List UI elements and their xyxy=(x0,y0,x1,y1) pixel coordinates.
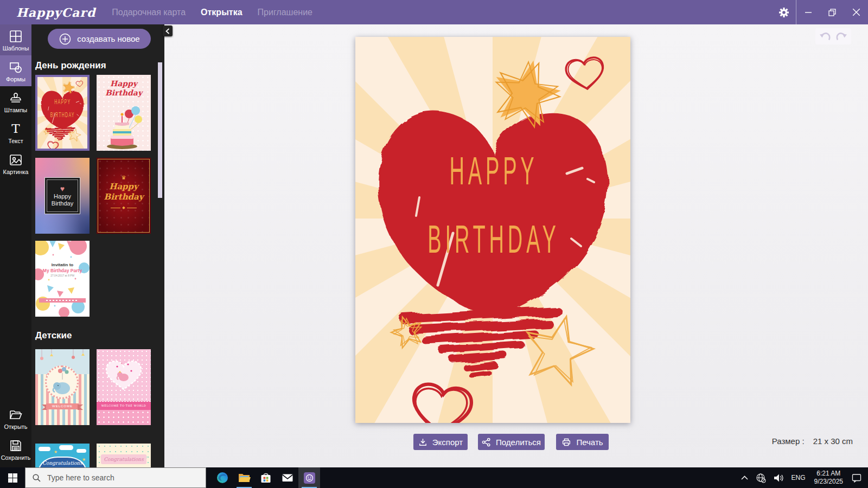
tab-invitation[interactable]: Приглашение xyxy=(258,8,312,17)
cloud xyxy=(76,449,86,453)
cloud xyxy=(59,445,73,450)
sidebar-item-picture[interactable]: Картинка xyxy=(0,148,31,179)
template-thumb-baby-elephant[interactable]: WELCOME xyxy=(35,349,90,425)
template-thumb-cake[interactable]: Happy Birthday xyxy=(97,75,151,151)
minimize-button[interactable] xyxy=(796,0,820,24)
template-thumb-welcome-world[interactable]: WELCOME TO THE WORLD xyxy=(97,349,151,425)
elephant-illustration xyxy=(46,367,79,398)
share-button[interactable]: Поделиться xyxy=(478,434,545,450)
tray-clock[interactable]: 6:21 AM 9/23/2025 xyxy=(809,467,848,488)
sidebar-item-text[interactable]: T Текст xyxy=(0,117,31,148)
undo-icon[interactable] xyxy=(819,31,831,42)
template-thumb-royal-red[interactable]: ♛ Happy Birthday ◆ xyxy=(97,158,151,234)
heart-icon: ♥ xyxy=(60,185,65,192)
template-text: Happy Birthday xyxy=(97,182,151,202)
print-button[interactable]: Печать xyxy=(556,434,609,450)
crown-icon: ♛ xyxy=(97,175,151,181)
sidebar-item-label: Открыть xyxy=(4,424,27,430)
tray-language[interactable]: ENG xyxy=(788,467,809,488)
template-thumb-art xyxy=(37,77,87,149)
congrats-banner: Congratulations xyxy=(39,457,86,467)
tray-chevron-button[interactable] xyxy=(737,467,752,488)
close-icon xyxy=(853,9,860,16)
create-new-button[interactable]: создавать новое xyxy=(48,29,151,49)
sidebar-item-label: Картинка xyxy=(3,169,29,175)
templates-panel: создавать новое День рождения Happy Birt… xyxy=(31,24,164,467)
mail-icon xyxy=(281,471,294,484)
share-icon xyxy=(482,438,491,447)
restore-button[interactable] xyxy=(820,0,844,24)
action-center-button[interactable] xyxy=(848,467,868,488)
close-button[interactable] xyxy=(844,0,868,24)
tray-volume-button[interactable] xyxy=(770,467,788,488)
sidebar-item-label: Текст xyxy=(8,138,23,144)
export-button[interactable]: Экспорт xyxy=(413,434,468,450)
print-icon xyxy=(561,438,571,447)
templates-grid-icon xyxy=(9,29,23,43)
picture-icon xyxy=(9,153,23,167)
sidebar-item-open[interactable]: Открыть xyxy=(0,403,31,434)
text-icon: T xyxy=(9,122,23,136)
congrats-ribbon: Congratulations xyxy=(101,454,146,464)
titlebar: HappyCard Подарочная карта Открытка Приг… xyxy=(0,0,868,24)
settings-button[interactable] xyxy=(772,0,796,24)
section-title-kids: Детские xyxy=(35,330,164,342)
save-icon xyxy=(9,439,23,453)
template-thumb-party-invitation[interactable]: Invitatin to My Birthday Party 27.04.201… xyxy=(35,241,90,317)
sidebar-item-label: Штампы xyxy=(4,107,28,113)
taskbar-search[interactable] xyxy=(25,467,206,488)
print-label: Печать xyxy=(576,438,603,447)
panel-scrollbar[interactable] xyxy=(158,62,162,198)
plus-circle-icon xyxy=(59,33,72,46)
cloud xyxy=(39,447,50,451)
template-thumb-congrats-blue[interactable]: ★ ★ Congratulations xyxy=(35,444,90,467)
search-input[interactable] xyxy=(46,473,195,483)
shapes-icon xyxy=(9,60,23,74)
taskbar-happycard-button[interactable] xyxy=(298,467,320,488)
screen: { "titlebar": { "logo": "HappyCard", "ta… xyxy=(0,0,868,488)
tab-postcard[interactable]: Открытка xyxy=(201,8,242,17)
card-artboard[interactable] xyxy=(355,37,630,423)
cake-illustration xyxy=(97,102,151,151)
folder-open-icon xyxy=(9,408,23,422)
chevron-left-icon xyxy=(165,28,170,34)
start-button[interactable] xyxy=(0,467,25,488)
size-value: 21 x 30 cm xyxy=(813,436,853,446)
template-text: Happy Birthday xyxy=(52,193,73,207)
sidebar-item-save[interactable]: Сохранить xyxy=(0,434,31,467)
sidebar-spacer xyxy=(0,179,31,403)
windows-taskbar: ENG 6:21 AM 9/23/2025 xyxy=(0,467,868,488)
panel-collapse-button[interactable] xyxy=(163,25,173,36)
create-new-label: создавать новое xyxy=(77,34,139,43)
tab-gift-card[interactable]: Подарочная карта xyxy=(112,8,186,17)
taskbar-explorer-button[interactable] xyxy=(233,467,255,488)
tray-network-button[interactable] xyxy=(752,467,770,488)
gear-icon xyxy=(778,7,790,18)
balloons-illustration xyxy=(35,241,90,317)
redo-icon[interactable] xyxy=(835,31,847,42)
sidebar-item-shapes[interactable]: Формы xyxy=(0,55,31,86)
globe-network-icon xyxy=(756,473,766,483)
happycard-app-icon xyxy=(303,472,316,484)
size-info: Размер : 21 x 30 cm xyxy=(772,436,853,446)
taskbar-mail-button[interactable] xyxy=(277,467,298,488)
system-tray: ENG 6:21 AM 9/23/2025 xyxy=(737,467,868,488)
sidebar-item-stamps[interactable]: Штампы xyxy=(0,86,31,117)
lace-heart-illustration xyxy=(97,349,151,401)
template-thumb-congrats-cream[interactable]: ★ ★ Congratulations xyxy=(97,444,151,467)
windows-logo-icon xyxy=(8,473,17,483)
welcome-world-band: WELCOME TO THE WORLD xyxy=(97,401,151,410)
template-thumb-gradient-frame[interactable]: ♥ Happy Birthday xyxy=(35,158,90,234)
taskbar-store-button[interactable] xyxy=(255,467,277,488)
star-icon: ★ xyxy=(82,458,86,462)
sidebar-item-label: Сохранить xyxy=(1,455,31,461)
download-icon xyxy=(418,438,427,447)
sidebar-item-templates[interactable]: Шаблоны xyxy=(0,24,31,55)
taskbar-app-icons xyxy=(212,467,320,488)
flourish-ornament: ◆ xyxy=(97,206,151,210)
template-thumb-heart-sunburst[interactable] xyxy=(35,75,90,151)
microsoft-store-icon xyxy=(259,471,272,484)
stamp-icon xyxy=(9,91,23,105)
design-canvas[interactable]: Экспорт Поделиться Печать Размер : 21 x … xyxy=(164,24,868,467)
taskbar-edge-button[interactable] xyxy=(212,467,233,488)
